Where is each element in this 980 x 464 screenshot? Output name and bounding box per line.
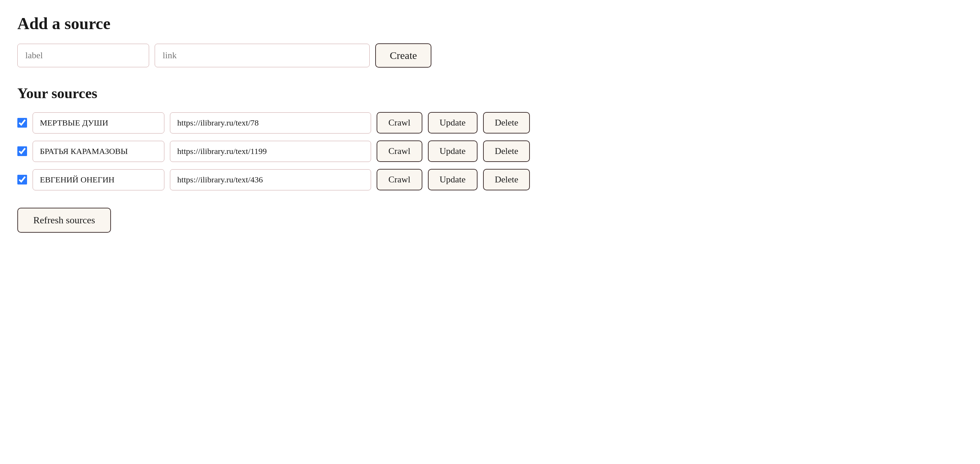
update-button-1[interactable]: Update — [428, 112, 477, 133]
delete-button-1[interactable]: Delete — [483, 112, 530, 133]
crawl-button-3[interactable]: Crawl — [377, 169, 422, 191]
source-label-1[interactable] — [33, 112, 164, 133]
refresh-sources-button[interactable]: Refresh sources — [18, 208, 111, 233]
label-input[interactable] — [18, 44, 149, 67]
update-button-2[interactable]: Update — [428, 140, 477, 162]
source-checkbox-2[interactable] — [18, 146, 27, 156]
source-link-2[interactable] — [170, 141, 371, 162]
sources-list: CrawlUpdateDeleteCrawlUpdateDeleteCrawlU… — [18, 112, 963, 191]
crawl-button-1[interactable]: Crawl — [377, 112, 422, 133]
add-source-form: Create — [18, 43, 963, 68]
source-checkbox-3[interactable] — [18, 175, 27, 184]
crawl-button-2[interactable]: Crawl — [377, 140, 422, 162]
source-row: CrawlUpdateDelete — [18, 140, 963, 162]
source-row: CrawlUpdateDelete — [18, 112, 963, 133]
add-source-title: Add a source — [18, 14, 963, 33]
source-label-3[interactable] — [33, 169, 164, 191]
source-checkbox-1[interactable] — [18, 118, 27, 128]
source-link-3[interactable] — [170, 169, 371, 191]
update-button-3[interactable]: Update — [428, 169, 477, 191]
source-label-2[interactable] — [33, 141, 164, 162]
source-link-1[interactable] — [170, 112, 371, 133]
create-button[interactable]: Create — [375, 43, 431, 68]
source-row: CrawlUpdateDelete — [18, 169, 963, 191]
delete-button-2[interactable]: Delete — [483, 140, 530, 162]
link-input[interactable] — [155, 44, 370, 67]
delete-button-3[interactable]: Delete — [483, 169, 530, 191]
your-sources-title: Your sources — [18, 85, 963, 102]
